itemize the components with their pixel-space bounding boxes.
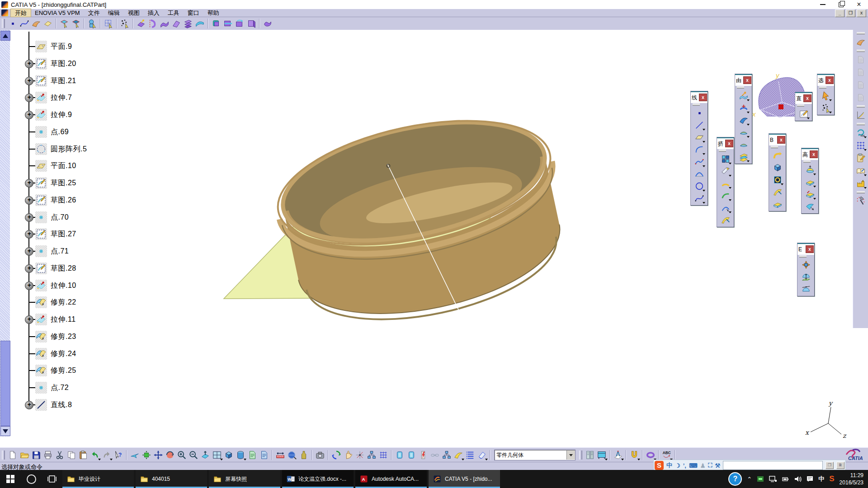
- catshelf-icon[interactable]: [585, 450, 595, 460]
- domeic-icon[interactable]: [738, 127, 749, 138]
- menu-视图[interactable]: 视图: [124, 9, 144, 17]
- toolbar-handle[interactable]: [2, 19, 5, 28]
- tree-item-平面.10[interactable]: 平面.10: [51, 161, 76, 171]
- normalview-icon[interactable]: [200, 450, 211, 460]
- bodycursor-icon[interactable]: [87, 18, 98, 29]
- ime-skin-icon[interactable]: ⛶: [708, 462, 712, 469]
- close-toolbar-icon[interactable]: x: [803, 94, 811, 102]
- dotgrid-icon[interactable]: [855, 140, 866, 151]
- tree-expander-点.70[interactable]: +: [25, 213, 33, 222]
- toolbar-drag-handle[interactable]: [802, 160, 818, 163]
- close-toolbar-icon[interactable]: x: [810, 150, 818, 158]
- pointdot2-icon[interactable]: [694, 108, 705, 118]
- helpc-icon[interactable]: ?: [113, 450, 124, 460]
- splitbox-icon[interactable]: [222, 18, 233, 29]
- circleic-icon[interactable]: [694, 181, 705, 192]
- domeline-icon[interactable]: [801, 284, 811, 295]
- tr-sketch-icon[interactable]: [35, 263, 47, 274]
- revolve-icon[interactable]: [147, 18, 158, 29]
- tree-item-修剪.24[interactable]: 修剪.24: [51, 349, 76, 359]
- hammersparks-icon[interactable]: [855, 196, 866, 206]
- domeup-icon[interactable]: [801, 272, 811, 282]
- surfswoosh-icon[interactable]: [31, 18, 42, 29]
- slabs-icon[interactable]: [738, 151, 749, 162]
- sewsurf-icon[interactable]: [234, 18, 245, 29]
- tr-sketch-icon[interactable]: [35, 228, 47, 240]
- splineic-icon[interactable]: [19, 18, 30, 29]
- eraserw-icon[interactable]: [476, 450, 487, 460]
- isobox-icon[interactable]: [772, 162, 783, 173]
- menu-插入[interactable]: 插入: [144, 9, 164, 17]
- sweepwave-icon[interactable]: [159, 18, 170, 29]
- splatter-icon[interactable]: [119, 18, 130, 29]
- task-view-button[interactable]: [42, 470, 62, 488]
- bookslab-icon[interactable]: [772, 199, 783, 210]
- arc-c-icon[interactable]: [694, 169, 705, 179]
- cut-icon[interactable]: [54, 450, 65, 460]
- network-icon[interactable]: [769, 476, 777, 482]
- graydoc-icon[interactable]: [855, 92, 866, 103]
- toolbar-drag-handle[interactable]: [797, 255, 814, 258]
- taskbar-task-404015[interactable]: 404015: [136, 470, 207, 488]
- tr-extrude-icon[interactable]: [35, 314, 47, 325]
- restore-button[interactable]: [832, 0, 850, 9]
- blade-icon[interactable]: [772, 187, 783, 197]
- isobox-icon[interactable]: [223, 450, 234, 460]
- bookslab-icon[interactable]: [805, 177, 816, 188]
- tree-item-拉伸.10[interactable]: 拉伸.10: [51, 281, 76, 291]
- menu-工具[interactable]: 工具: [164, 9, 184, 17]
- redo-icon[interactable]: [101, 450, 112, 460]
- tr-plane-icon[interactable]: [35, 41, 47, 52]
- splatter-icon[interactable]: [821, 103, 831, 113]
- surfswoosh-icon[interactable]: [855, 37, 866, 47]
- pickface2-icon[interactable]: [71, 18, 81, 29]
- viewport[interactable]: y x z x y: [0, 30, 868, 447]
- sweeparrow-icon[interactable]: [738, 90, 749, 101]
- tree-expander-草图.20[interactable]: +: [25, 60, 33, 68]
- gridpattern-icon[interactable]: [720, 154, 731, 164]
- arc-b-icon[interactable]: [694, 156, 705, 167]
- tr-extrude-icon[interactable]: [35, 92, 47, 103]
- penarc-icon[interactable]: [720, 202, 731, 213]
- tr-trim-icon[interactable]: [35, 348, 47, 360]
- tr-sketch-icon[interactable]: [35, 75, 47, 87]
- menu-ENOVIA V5 VPM[interactable]: ENOVIA V5 VPM: [31, 9, 84, 17]
- power-input-field[interactable]: [723, 461, 823, 470]
- panic-icon[interactable]: [153, 450, 164, 460]
- axistarget-icon[interactable]: [354, 450, 365, 460]
- toolbar-title-wireframe[interactable]: 线x: [691, 91, 708, 103]
- toolbar-drag-handle[interactable]: [691, 103, 708, 106]
- pointdot2-icon[interactable]: [7, 18, 18, 29]
- taskbar-task-CATIA V5 - [zhido...[interactable]: CATIA V5 - [zhido...: [429, 470, 500, 488]
- sogou-icon[interactable]: S: [655, 461, 664, 470]
- tree-expander-拉伸.11[interactable]: +: [25, 315, 33, 324]
- tree-item-修剪.25[interactable]: 修剪.25: [51, 366, 76, 375]
- blendc-icon[interactable]: [194, 18, 205, 29]
- fitall-icon[interactable]: [141, 450, 152, 460]
- joinlobes-icon[interactable]: [262, 18, 273, 29]
- swooshy-icon[interactable]: [453, 450, 464, 460]
- save-icon[interactable]: [31, 450, 42, 460]
- bookpen-icon[interactable]: [855, 165, 866, 176]
- pillb-icon[interactable]: [406, 450, 417, 460]
- battery-icon[interactable]: [782, 476, 789, 482]
- arcyellow-icon[interactable]: [720, 178, 731, 189]
- tree-expander-草图.26[interactable]: +: [25, 196, 33, 205]
- toolbar-title-surfaces[interactable]: 由x: [735, 74, 752, 86]
- planepara-icon[interactable]: [694, 132, 705, 143]
- tree-item-点.72[interactable]: 点.72: [51, 383, 69, 393]
- tree-item-点.71[interactable]: 点.71: [51, 247, 69, 256]
- toolbar-title-select[interactable]: 选x: [817, 74, 834, 86]
- combo-dropdown-icon[interactable]: [566, 450, 575, 460]
- dock-handle[interactable]: [857, 123, 865, 125]
- dock-handle[interactable]: [857, 50, 865, 52]
- tr-line-icon[interactable]: [35, 399, 47, 411]
- taskbar-task-屏幕快照[interactable]: 屏幕快照: [209, 470, 280, 488]
- tr-extrude-icon[interactable]: [35, 109, 47, 121]
- input-lang-icon[interactable]: 中: [818, 475, 824, 483]
- dock-handle[interactable]: [857, 105, 865, 108]
- graphcurve-icon[interactable]: [855, 110, 866, 121]
- toolbar-title-detail-b[interactable]: Bx: [769, 134, 786, 145]
- tr-point-icon[interactable]: [35, 211, 47, 223]
- tree-expander-直线.8[interactable]: +: [25, 401, 33, 409]
